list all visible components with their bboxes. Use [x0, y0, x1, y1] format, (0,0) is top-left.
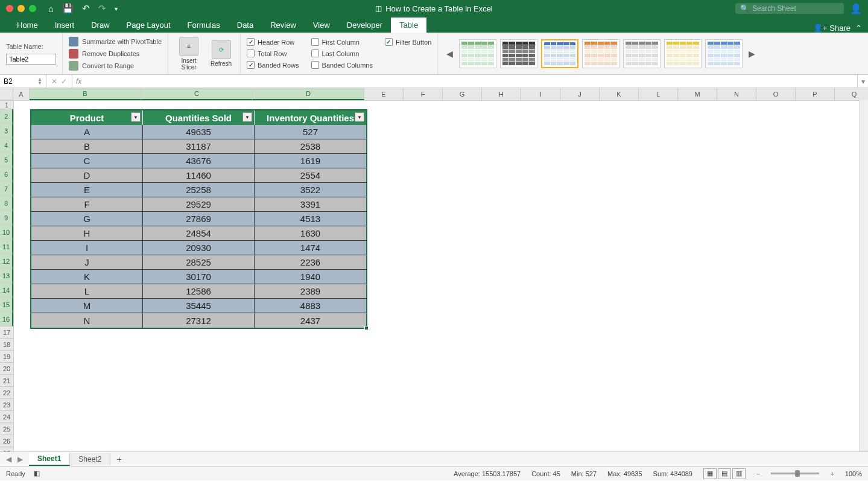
- table-cell[interactable]: 1474: [255, 241, 366, 255]
- table-cell[interactable]: 11460: [143, 168, 255, 183]
- column-header-M[interactable]: M: [678, 88, 717, 100]
- table-cell[interactable]: 27312: [143, 313, 255, 328]
- table-row[interactable]: I209301474: [31, 241, 366, 255]
- name-box-spinner-icon[interactable]: ▲▼: [37, 78, 42, 85]
- row-header-6[interactable]: 6: [0, 167, 13, 182]
- row-header-2[interactable]: 2: [0, 109, 13, 124]
- tab-insert[interactable]: Insert: [46, 18, 83, 33]
- styles-prev-icon[interactable]: ◀: [444, 49, 455, 59]
- table-style-3[interactable]: [582, 39, 619, 68]
- row-header-26[interactable]: 26: [0, 435, 13, 447]
- row-header-1[interactable]: 1: [0, 101, 13, 109]
- table-cell[interactable]: G: [31, 212, 143, 226]
- remove-duplicates-button[interactable]: Remove Duplicates: [69, 49, 162, 59]
- table-style-4[interactable]: [623, 39, 661, 68]
- tab-draw[interactable]: Draw: [83, 18, 118, 33]
- tab-developer[interactable]: Developer: [338, 18, 391, 33]
- table-header-2[interactable]: Inventory Quantities▼: [255, 110, 366, 125]
- customize-qat-icon[interactable]: ▾: [115, 5, 118, 12]
- row-header-18[interactable]: 18: [0, 339, 13, 351]
- select-all-corner[interactable]: [0, 88, 13, 100]
- table-cell[interactable]: C: [31, 154, 143, 168]
- macro-record-icon[interactable]: ◧: [34, 470, 40, 477]
- selection-handle-icon[interactable]: [364, 326, 369, 330]
- table-row[interactable]: K301701940: [31, 270, 366, 284]
- name-box-input[interactable]: [4, 77, 37, 86]
- row-header-17[interactable]: 17: [0, 327, 13, 339]
- home-icon[interactable]: ⌂: [48, 4, 54, 14]
- table-cell[interactable]: 3391: [255, 197, 366, 212]
- table-cell[interactable]: 3522: [255, 183, 366, 197]
- table-cell[interactable]: 2538: [255, 139, 366, 154]
- column-header-A[interactable]: A: [13, 88, 30, 100]
- table-cell[interactable]: 35445: [143, 299, 255, 313]
- filter-button-checkbox[interactable]: Filter Button: [385, 38, 431, 46]
- table-cell[interactable]: K: [31, 270, 143, 284]
- banded-columns-checkbox[interactable]: Banded Columns: [311, 61, 373, 69]
- table-style-6[interactable]: [705, 39, 743, 68]
- table-cell[interactable]: N: [31, 313, 143, 328]
- row-header-10[interactable]: 10: [0, 225, 13, 240]
- table-cell[interactable]: 29529: [143, 197, 255, 212]
- table-row[interactable]: N273122437: [31, 313, 366, 328]
- sheet-tab-2[interactable]: Sheet2: [70, 453, 110, 465]
- table-style-1[interactable]: [500, 39, 537, 68]
- table-cell[interactable]: 2389: [255, 284, 366, 299]
- page-break-view-button[interactable]: ▥: [732, 468, 746, 479]
- table-row[interactable]: C436761619: [31, 154, 366, 168]
- filter-dropdown-icon[interactable]: ▼: [131, 112, 141, 122]
- table-row[interactable]: J285252236: [31, 255, 366, 270]
- table-cell[interactable]: I: [31, 241, 143, 255]
- table-cell[interactable]: D: [31, 168, 143, 183]
- formula-input[interactable]: [85, 75, 857, 88]
- table-cell[interactable]: 2437: [255, 313, 366, 328]
- table-cell[interactable]: L: [31, 284, 143, 299]
- row-header-20[interactable]: 20: [0, 363, 13, 375]
- tab-home[interactable]: Home: [8, 18, 46, 33]
- table-cell[interactable]: F: [31, 197, 143, 212]
- insert-slicer-button[interactable]: ≡ Insert Slicer: [174, 36, 203, 72]
- search-sheet-input[interactable]: 🔍 Search Sheet: [735, 3, 844, 14]
- page-layout-view-button[interactable]: ▤: [718, 468, 731, 479]
- name-box[interactable]: ▲▼: [0, 75, 46, 88]
- table-header-0[interactable]: Product▼: [31, 110, 143, 125]
- user-account-icon[interactable]: 👤: [850, 3, 862, 14]
- table-style-0[interactable]: [459, 39, 496, 68]
- close-window-icon[interactable]: [6, 5, 13, 12]
- row-header-9[interactable]: 9: [0, 211, 13, 225]
- table-cell[interactable]: 31187: [143, 139, 255, 154]
- summarize-pivot-button[interactable]: Summarize with PivotTable: [69, 37, 162, 46]
- zoom-out-button[interactable]: −: [756, 470, 760, 477]
- table-cell[interactable]: 24854: [143, 226, 255, 241]
- table-cell[interactable]: 1619: [255, 154, 366, 168]
- table-cell[interactable]: 527: [255, 125, 366, 139]
- row-header-21[interactable]: 21: [0, 375, 13, 387]
- table-cell[interactable]: 4513: [255, 212, 366, 226]
- table-row[interactable]: B311872538: [31, 139, 366, 154]
- row-header-25[interactable]: 25: [0, 423, 13, 435]
- first-column-checkbox[interactable]: First Column: [311, 38, 373, 46]
- column-header-B[interactable]: B: [30, 88, 141, 100]
- refresh-button[interactable]: ⟳ Refresh: [208, 39, 234, 68]
- column-header-F[interactable]: F: [404, 88, 443, 100]
- table-cell[interactable]: 1940: [255, 270, 366, 284]
- row-header-15[interactable]: 15: [0, 298, 13, 312]
- row-header-8[interactable]: 8: [0, 196, 13, 211]
- table-cell[interactable]: 20930: [143, 241, 255, 255]
- column-header-J[interactable]: J: [560, 88, 600, 100]
- row-header-27[interactable]: 27: [0, 447, 13, 451]
- table-cell[interactable]: 2236: [255, 255, 366, 270]
- table-cell[interactable]: 2554: [255, 168, 366, 183]
- sheet-next-icon[interactable]: ▶: [15, 454, 25, 465]
- row-header-11[interactable]: 11: [0, 240, 13, 254]
- zoom-in-button[interactable]: +: [830, 470, 834, 477]
- row-header-22[interactable]: 22: [0, 387, 13, 399]
- row-header-19[interactable]: 19: [0, 351, 13, 363]
- header-row-checkbox[interactable]: Header Row: [247, 38, 299, 46]
- filter-dropdown-icon[interactable]: ▼: [242, 112, 252, 122]
- row-header-16[interactable]: 16: [0, 312, 13, 327]
- table-cell[interactable]: E: [31, 183, 143, 197]
- collapse-ribbon-icon[interactable]: ⌃: [855, 24, 862, 33]
- tab-formulas[interactable]: Formulas: [179, 18, 229, 33]
- row-header-5[interactable]: 5: [0, 153, 13, 167]
